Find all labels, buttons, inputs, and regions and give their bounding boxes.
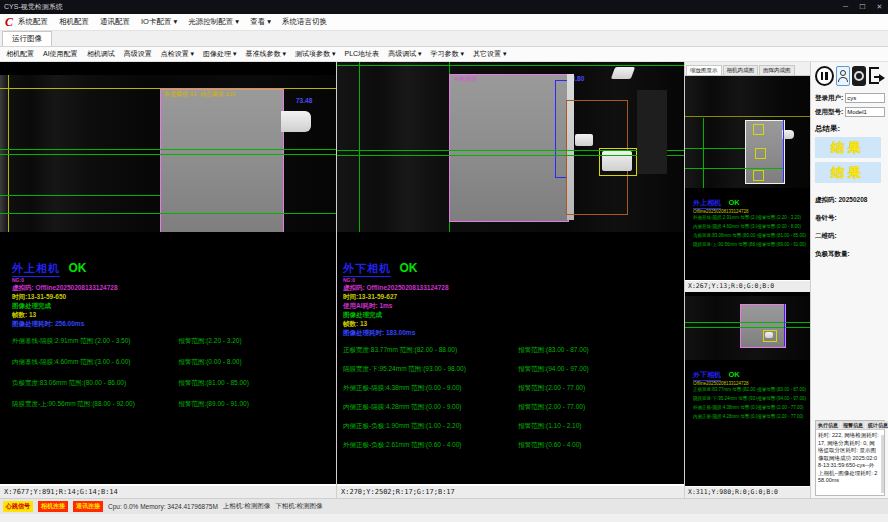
- tool-advanced-debug[interactable]: 高级调试 ▾: [388, 49, 421, 59]
- alarm-range: 报警范围:(94.00 - 97.00): [518, 365, 680, 374]
- tool-test-params[interactable]: 测试项参数 ▾: [295, 49, 335, 59]
- measure-value-label: 73.48: [296, 97, 312, 104]
- sidebar: 登录用户: cys 使用型号: Model1 总结果: 结果 结果 虚拟码: 2…: [811, 62, 888, 498]
- feature-box: [753, 124, 764, 135]
- close-icon[interactable]: ✕: [871, 3, 888, 11]
- green-measure-line: [337, 155, 684, 156]
- tool-ai-config[interactable]: AI使用配置: [43, 49, 78, 59]
- tool-spotcheck-settings[interactable]: 点检设置 ▾: [161, 49, 194, 59]
- result-ok-badge: OK: [399, 261, 417, 275]
- tab-area-view[interactable]: 面阵内成图: [759, 65, 795, 75]
- capture-time: 时间:13-31-59-650: [12, 292, 332, 301]
- menu-comm-config[interactable]: 通讯配置: [100, 17, 130, 27]
- machine-structure: [637, 90, 667, 174]
- menu-light-config[interactable]: 光源控制配置 ▾: [188, 17, 239, 27]
- feature-box: [755, 148, 766, 159]
- lower-camera-image-link[interactable]: 下相机:检测图像: [275, 502, 322, 511]
- log-scrollbar[interactable]: [881, 435, 884, 493]
- toolbar: 相机配置 AI使用配置 相机调试 高级设置 点检设置 ▾ 图像处理 ▾ 基准线参…: [0, 47, 888, 62]
- virtual-code: 虚拟码: Offline20250208133124728: [343, 283, 680, 292]
- blue-measure-line: [784, 304, 785, 346]
- lower-camera-image[interactable]: AI检测区 73.80: [337, 62, 684, 232]
- tab-stats-info[interactable]: 统计信息: [866, 421, 888, 429]
- measure-value: 正极宽度:83.77mm 范围:(82.00 - 88.00): [693, 387, 757, 392]
- menu-io-config[interactable]: IO卡配置 ▾: [141, 17, 177, 27]
- app-statusbar: 心跳信号 相机连接 通讯连接 Cpu: 0.0% Memory: 3424.41…: [0, 498, 888, 514]
- measure-row: 内侧基线-隔膜:4.60mm 范围:(3.00 - 6.00)报警范围:(0.0…: [12, 358, 332, 367]
- tool-plc-address-table[interactable]: PLC地址表: [345, 49, 380, 59]
- process-done: 图像处理完成: [12, 301, 332, 310]
- result-ok-badge: OK: [68, 261, 86, 275]
- tool-image-processing[interactable]: 图像处理 ▾: [203, 49, 236, 59]
- thumbnail-column: 缩放图显示 相机内成图 面阵内成图: [685, 62, 810, 498]
- measure-row: 外侧基线-隔膜:2.91mm 范围:(2.00 - 3.50)报警范围:(2.2…: [693, 215, 810, 220]
- login-user-button[interactable]: [836, 66, 850, 86]
- pause-button[interactable]: [815, 66, 834, 86]
- camera-title: 外上相机: [693, 198, 721, 209]
- exit-button[interactable]: [868, 66, 885, 86]
- sidebar-buttons: [815, 66, 885, 86]
- electrode-region-box: [160, 89, 284, 232]
- upper-camera-image[interactable]: 灰度阈值:93, 动态阈值:100 73.48: [0, 75, 336, 232]
- measurement-rows: 外侧基线-隔膜:2.91mm 范围:(2.00 - 3.50)报警范围:(2.2…: [12, 337, 332, 409]
- thumbnail-result-block: 外上相机 OK Offline20250208133124728 外侧基线-隔膜…: [685, 188, 810, 247]
- lower-camera-panel: AI检测区 73.80 外下相机 OK NG:0 虚拟码: Offl: [337, 62, 684, 498]
- winding-needle-field: 卷针号:: [815, 214, 885, 223]
- model-field[interactable]: Model1: [845, 107, 885, 117]
- camera-title: 外上相机: [12, 261, 60, 277]
- tool-camera-config[interactable]: 相机配置: [6, 49, 34, 59]
- upper-camera-coords-bar: X:7677;Y:891;R:14;G:14;B:14: [0, 484, 336, 498]
- measure-value: 外侧基线-隔膜:2.91mm 范围:(2.00 - 3.50): [12, 337, 178, 346]
- tool-other-settings[interactable]: 其它设置 ▾: [473, 49, 506, 59]
- measure-row: 内侧正极-负极:1.90mm 范围:(1.00 - 2.20)报警范围:(1.1…: [343, 422, 680, 431]
- bright-feature-blob: [575, 134, 593, 146]
- frame-count: 帧数: 13: [343, 319, 680, 328]
- login-user-field[interactable]: cys: [845, 93, 885, 103]
- tool-learning-params[interactable]: 学习参数 ▾: [431, 49, 464, 59]
- measure-row: 正极宽度:83.77mm 范围:(82.00 - 88.00)报警范围:(83.…: [693, 387, 810, 392]
- account-icon: [854, 71, 864, 81]
- tool-advanced-settings[interactable]: 高级设置: [124, 49, 152, 59]
- maximize-icon[interactable]: ☐: [854, 3, 871, 11]
- tab-exec-info[interactable]: 执行信息: [816, 421, 840, 429]
- user-icon: [840, 70, 846, 76]
- blue-measure-line: [783, 120, 784, 182]
- upper-camera-thumbnail[interactable]: 外上相机 OK Offline20250208133124728 外侧基线-隔膜…: [685, 76, 810, 293]
- tab-zoom-view[interactable]: 缩放图显示: [686, 65, 722, 75]
- pause-icon: [821, 72, 824, 80]
- measure-row: 外侧正极-隔膜:4.38mm 范围:(0.00 - 9.00)报警范围:(2.0…: [693, 405, 810, 410]
- green-measure-line: [0, 213, 336, 214]
- result-badge-lower: 结果: [815, 162, 881, 183]
- measure-row: 负极宽度:83.06mm 范围:(80.00 - 86.00)报警范围:(81.…: [693, 233, 810, 238]
- menu-language-switch[interactable]: 系统语言切换: [282, 17, 327, 27]
- tool-camera-debug[interactable]: 相机调试: [87, 49, 115, 59]
- thumbnail-tabs: 缩放图显示 相机内成图 面阵内成图: [685, 62, 810, 76]
- thumbnail-image: [685, 296, 810, 360]
- measure-row: 隔膜宽度-上:90.56mm 范围:(88.00 - 92.00)报警范围:(8…: [693, 242, 810, 247]
- menu-system-config[interactable]: 系统配置: [18, 17, 48, 27]
- alarm-range: 报警范围:(2.20 - 3.20): [757, 215, 810, 220]
- measure-value: 内侧基线-隔膜:4.60mm 范围:(3.00 - 6.00): [693, 224, 757, 229]
- measure-row: 内侧正极-隔膜:4.28mm 范围:(0.00 - 9.00)报警范围:(2.0…: [693, 414, 810, 419]
- menu-camera-config[interactable]: 相机配置: [59, 17, 89, 27]
- tab-run-image[interactable]: 运行图像: [2, 31, 52, 46]
- lower-camera-thumbnail[interactable]: 外下相机 OK Offline20250208133124728 正极宽度:83…: [685, 296, 810, 498]
- account-button[interactable]: [852, 66, 866, 86]
- camera-connection-badge: 相机连接: [38, 501, 68, 512]
- upper-camera-image-link[interactable]: 上相机:检测图像: [223, 502, 270, 511]
- process-done: 图像处理完成: [343, 310, 680, 319]
- result-ok-badge: OK: [728, 370, 739, 379]
- tab-alarm-info[interactable]: 报警信息: [841, 421, 865, 429]
- menu-view[interactable]: 查看 ▾: [250, 17, 271, 27]
- alarm-range: 报警范围:(0.00 - 8.00): [178, 358, 332, 367]
- electrode-region-box: [449, 74, 569, 222]
- measure-row: 隔膜宽度-下:95.24mm 范围:(93.00 - 98.00)报警范围:(9…: [343, 365, 680, 374]
- green-measure-line: [0, 195, 160, 196]
- measure-value: 负极宽度:83.06mm 范围:(80.00 - 86.00): [693, 233, 757, 238]
- tab-camera-view[interactable]: 相机内成图: [723, 65, 759, 75]
- log-panel: 执行信息 报警信息 统计信息 耗时: 222, 网络检测耗时: 17, 网络分离…: [815, 420, 885, 496]
- alarm-range: 报警范围:(83.00 - 87.00): [757, 387, 810, 392]
- tool-baseline-params[interactable]: 基准线参数 ▾: [246, 49, 286, 59]
- minimize-icon[interactable]: ─: [837, 3, 854, 11]
- lower-camera-result-block: 外下相机 OK NG:0 虚拟码: Offline202502081331247…: [343, 258, 680, 460]
